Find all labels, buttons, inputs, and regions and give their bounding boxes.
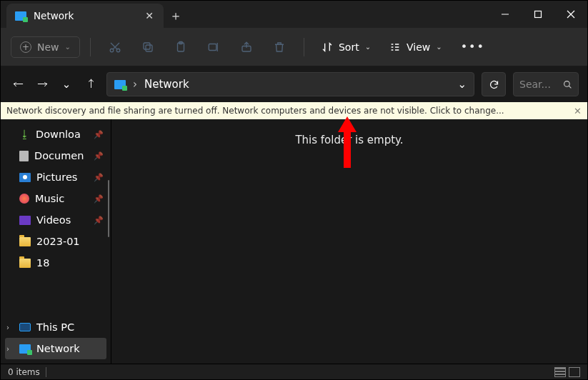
sidebar-item-documents[interactable]: Documen 📌	[1, 145, 111, 166]
sidebar-item-folder-2023-01[interactable]: 2023-01	[1, 231, 111, 252]
new-tab-button[interactable]: ＋	[164, 4, 188, 28]
chevron-down-icon: ⌄	[436, 43, 442, 51]
folder-icon	[19, 259, 31, 268]
new-button[interactable]: + New ⌄	[11, 36, 80, 58]
sidebar-item-label: Network	[36, 343, 80, 354]
sidebar-item-label: Documen	[34, 150, 84, 161]
share-button[interactable]	[232, 35, 261, 59]
status-item-count: 0 items	[8, 367, 40, 377]
status-bar: 0 items	[1, 364, 587, 379]
sidebar: ⭳ Downloa 📌 Documen 📌 Pictures 📌 Music 📌…	[1, 119, 111, 364]
close-notification-button[interactable]: ✕	[574, 106, 582, 116]
more-button[interactable]: •••	[454, 36, 492, 58]
details-view-button[interactable]	[554, 367, 566, 377]
pin-icon: 📌	[94, 194, 104, 204]
delete-button[interactable]	[265, 35, 294, 59]
up-button[interactable]: 🡑	[82, 76, 99, 93]
network-icon	[15, 11, 26, 21]
minimize-button[interactable]	[489, 1, 522, 28]
svg-point-12	[564, 81, 570, 86]
recent-locations-button[interactable]: ⌄	[58, 76, 75, 93]
svg-rect-6	[146, 45, 152, 51]
title-bar: Network ✕ ＋	[1, 1, 587, 28]
sidebar-item-folder-18[interactable]: 18	[1, 252, 111, 274]
divider	[90, 38, 91, 56]
empty-folder-text: This folder is empty.	[295, 134, 403, 364]
view-switcher	[554, 367, 580, 377]
pictures-icon	[19, 173, 31, 182]
sidebar-item-downloads[interactable]: ⭳ Downloa 📌	[1, 124, 111, 145]
music-icon	[19, 194, 29, 204]
icons-view-button[interactable]	[569, 367, 580, 377]
pin-icon: 📌	[94, 151, 104, 161]
svg-rect-10	[209, 44, 216, 50]
sidebar-item-network[interactable]: › Network	[5, 338, 106, 359]
search-placeholder: Sear...	[519, 79, 551, 90]
pin-icon: 📌	[94, 173, 104, 182]
notification-bar[interactable]: Network discovery and file sharing are t…	[1, 102, 587, 119]
close-tab-button[interactable]: ✕	[144, 10, 155, 21]
new-label: New	[37, 41, 59, 53]
toolbar: + New ⌄ Sort ⌄ View ⌄ •••	[1, 28, 587, 66]
body-area: ⭳ Downloa 📌 Documen 📌 Pictures 📌 Music 📌…	[1, 119, 587, 364]
search-input[interactable]: Sear...	[513, 72, 579, 96]
search-icon	[563, 80, 572, 89]
sidebar-item-this-pc[interactable]: › This PC	[1, 316, 111, 338]
sidebar-item-label: This PC	[36, 321, 74, 333]
sidebar-item-label: 2023-01	[36, 236, 80, 247]
tab-network[interactable]: Network ✕	[6, 4, 164, 28]
sort-icon	[322, 41, 333, 53]
view-label: View	[407, 41, 430, 53]
videos-icon	[19, 216, 31, 225]
document-icon	[19, 151, 29, 161]
svg-rect-7	[144, 43, 150, 49]
network-icon	[19, 344, 31, 354]
pin-icon: 📌	[94, 130, 104, 139]
view-icon	[389, 41, 401, 53]
back-button[interactable]: 🡐	[9, 76, 26, 93]
view-button[interactable]: View ⌄	[382, 37, 449, 57]
address-bar[interactable]: › Network ⌄	[106, 72, 474, 96]
address-dropdown[interactable]: ⌄	[457, 78, 467, 91]
sidebar-item-label: Videos	[36, 214, 71, 226]
sidebar-item-music[interactable]: Music 📌	[1, 188, 111, 209]
content-area: This folder is empty.	[111, 119, 587, 364]
chevron-down-icon: ⌄	[365, 43, 371, 51]
sidebar-item-label: 18	[36, 257, 49, 269]
divider	[304, 38, 304, 56]
navigation-row: 🡐 🡒 ⌄ 🡑 › Network ⌄ Sear...	[1, 66, 587, 102]
address-location: Network	[144, 78, 189, 91]
folder-icon	[19, 237, 31, 246]
sidebar-item-videos[interactable]: Videos 📌	[1, 209, 111, 231]
pin-icon: 📌	[94, 216, 104, 225]
refresh-button[interactable]	[482, 72, 506, 96]
sidebar-item-label: Music	[35, 193, 64, 204]
copy-button[interactable]	[134, 35, 162, 59]
rename-button[interactable]	[199, 35, 228, 59]
chevron-down-icon: ⌄	[65, 43, 71, 51]
divider	[46, 367, 46, 377]
sort-button[interactable]: Sort ⌄	[314, 37, 378, 57]
sidebar-item-pictures[interactable]: Pictures 📌	[1, 166, 111, 188]
network-icon	[114, 80, 126, 89]
chevron-right-icon: ›	[6, 345, 9, 353]
window-controls	[489, 1, 587, 28]
sidebar-item-label: Pictures	[36, 171, 77, 183]
forward-button[interactable]: 🡒	[34, 76, 51, 93]
monitor-icon	[19, 323, 31, 331]
chevron-right-icon: ›	[6, 324, 9, 331]
sidebar-item-label: Downloa	[36, 129, 81, 140]
cut-button[interactable]	[101, 35, 129, 59]
sort-label: Sort	[339, 41, 359, 53]
close-window-button[interactable]	[554, 1, 587, 28]
paste-button[interactable]	[166, 35, 195, 59]
svg-rect-1	[535, 11, 542, 18]
tab-title: Network	[34, 10, 74, 21]
download-icon: ⭳	[19, 128, 30, 141]
maximize-button[interactable]	[522, 1, 554, 28]
chevron-right-icon: ›	[133, 78, 137, 91]
notification-text: Network discovery and file sharing are t…	[6, 106, 504, 116]
plus-circle-icon: +	[20, 41, 31, 53]
